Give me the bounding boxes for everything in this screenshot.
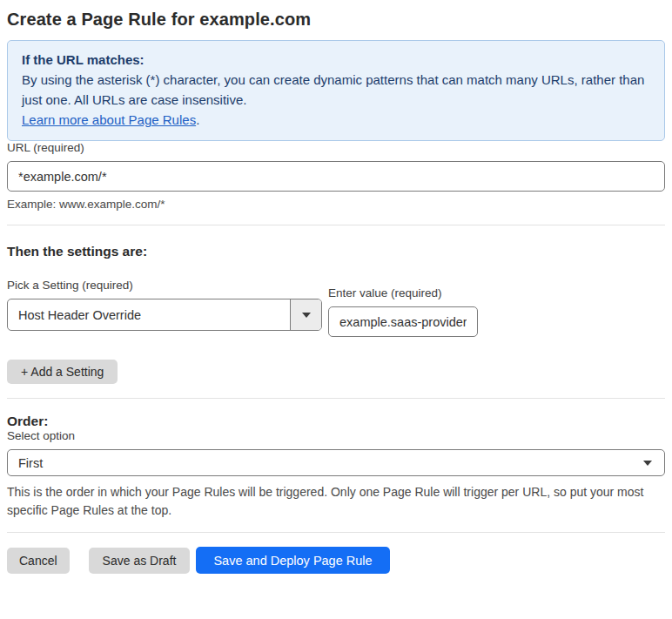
page-title: Create a Page Rule for example.com (7, 9, 665, 30)
setting-select[interactable]: Host Header Override (7, 299, 322, 331)
url-label: URL (required) (7, 141, 665, 155)
chevron-down-icon (302, 313, 311, 318)
order-section-heading: Order: (7, 413, 665, 429)
enter-value-label: Enter value (required) (328, 286, 478, 300)
order-select[interactable]: First (7, 449, 665, 476)
order-help-text: This is the order in which your Page Rul… (7, 483, 665, 520)
select-option-label: Select option (7, 429, 665, 443)
link-period: . (196, 112, 199, 127)
setting-select-value: Host Header Override (18, 308, 141, 322)
create-page-rule-form: Create a Page Rule for example.com If th… (0, 9, 672, 586)
settings-section-heading: Then the settings are: (7, 243, 665, 259)
order-select-value: First (18, 456, 43, 470)
info-box-heading: If the URL matches: (22, 50, 650, 70)
info-box-body: By using the asterisk (*) character, you… (22, 70, 650, 110)
save-deploy-button[interactable]: Save and Deploy Page Rule (196, 547, 389, 574)
divider (7, 532, 665, 533)
cancel-button[interactable]: Cancel (7, 548, 70, 574)
url-matches-info-box: If the URL matches: By using the asteris… (7, 40, 665, 141)
chevron-down-icon (643, 461, 652, 466)
url-example-hint: Example: www.example.com/* (7, 198, 665, 212)
learn-more-link[interactable]: Learn more about Page Rules (22, 112, 196, 127)
save-draft-button[interactable]: Save as Draft (89, 548, 191, 574)
divider (7, 225, 665, 225)
enter-value-column: Enter value (required) (328, 286, 478, 337)
url-input[interactable] (7, 161, 665, 192)
info-box-link-line: Learn more about Page Rules. (22, 110, 650, 130)
pick-setting-label: Pick a Setting (required) (7, 279, 322, 293)
add-setting-button[interactable]: + Add a Setting (7, 360, 118, 384)
divider (7, 398, 665, 399)
settings-row: Pick a Setting (required) Host Header Ov… (7, 279, 665, 337)
setting-select-arrow-button[interactable] (290, 299, 321, 330)
pick-setting-column: Pick a Setting (required) Host Header Ov… (7, 279, 322, 331)
setting-value-input[interactable] (328, 306, 478, 337)
footer-actions: Cancel Save as Draft Save and Deploy Pag… (7, 547, 665, 574)
